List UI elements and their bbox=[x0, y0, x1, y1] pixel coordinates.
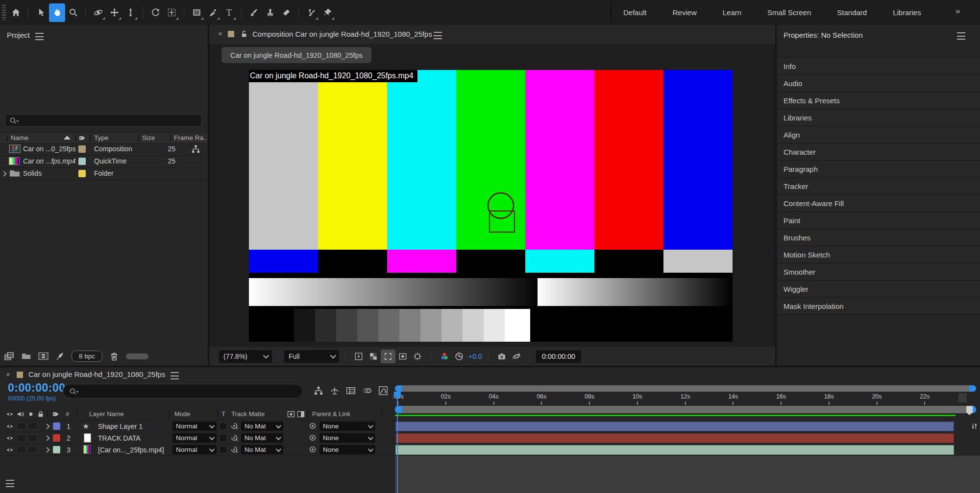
sort-ascending-icon[interactable] bbox=[64, 136, 71, 140]
preview-timecode[interactable]: 0:00:00:00 bbox=[536, 350, 582, 363]
project-search-input[interactable] bbox=[5, 114, 202, 127]
tool-button[interactable] bbox=[122, 3, 139, 22]
layer-duration-bar[interactable] bbox=[395, 422, 954, 431]
timeline-layer-row[interactable]: 2 TRACK DATA Normal No Mat bbox=[0, 432, 395, 444]
channel-rgb-icon[interactable] bbox=[437, 350, 452, 363]
timeline-empty-area[interactable] bbox=[395, 456, 980, 493]
properties-list-item[interactable]: Paint bbox=[777, 212, 980, 229]
layer-name[interactable]: Shape Layer 1 bbox=[98, 423, 143, 430]
timeline-label-swatch[interactable] bbox=[17, 372, 23, 378]
audio-switch-cell[interactable] bbox=[17, 434, 26, 442]
layer-name[interactable]: [Car on..._25fps.mp4] bbox=[98, 446, 164, 454]
timeline-tab-title[interactable]: Car on jungle Road-hd_1920_1080_25fps bbox=[28, 370, 165, 378]
draft-3d-icon[interactable] bbox=[330, 386, 340, 396]
properties-list-item[interactable]: Libraries bbox=[777, 109, 980, 126]
composition-label-swatch[interactable] bbox=[228, 31, 234, 37]
blend-mode-dropdown[interactable]: Normal bbox=[172, 433, 217, 443]
exposure-shutter-icon[interactable] bbox=[452, 350, 466, 363]
track-matte-pickwhip-icon[interactable] bbox=[230, 434, 238, 442]
composition-canvas[interactable]: Car on jungle Road-hd_1920_1080_25fps.mp… bbox=[249, 70, 733, 342]
layer-name[interactable]: TRACK DATA bbox=[98, 434, 141, 442]
project-row[interactable]: Car on ...0_25fps Composition 25 bbox=[0, 143, 208, 156]
workspace-tab[interactable]: Libraries bbox=[893, 8, 921, 17]
tool-button[interactable] bbox=[319, 3, 336, 22]
layer-duration-bar[interactable] bbox=[395, 433, 954, 443]
mask-visibility-icon[interactable] bbox=[395, 350, 410, 363]
parent-pickwhip-icon[interactable] bbox=[309, 446, 317, 453]
magnification-dropdown[interactable]: (77.8%) bbox=[219, 350, 272, 363]
lock-switch-cell[interactable] bbox=[28, 423, 37, 430]
properties-list-item[interactable]: Mask Interpolation bbox=[777, 298, 980, 315]
properties-list-item[interactable]: Effects & Presets bbox=[777, 92, 980, 109]
project-row[interactable]: Solids Folder bbox=[0, 167, 208, 180]
preserve-transparency-cell[interactable] bbox=[220, 446, 227, 453]
exposure-value[interactable]: +0.0 bbox=[468, 352, 482, 360]
column-t[interactable]: T bbox=[221, 410, 225, 418]
layer-color-swatch[interactable] bbox=[53, 434, 60, 442]
audio-speaker-icon[interactable] bbox=[17, 410, 24, 418]
layer-duration-bar[interactable] bbox=[395, 445, 954, 455]
tool-button[interactable] bbox=[8, 3, 24, 22]
layer-color-swatch[interactable] bbox=[53, 423, 60, 430]
audio-switch-cell[interactable] bbox=[17, 423, 26, 430]
motion-blur-icon[interactable] bbox=[362, 386, 372, 396]
label-color-swatch[interactable] bbox=[78, 158, 86, 165]
work-area-start-handle[interactable] bbox=[395, 406, 402, 413]
tool-button[interactable] bbox=[164, 3, 180, 22]
tool-button[interactable] bbox=[49, 3, 65, 22]
properties-list-item[interactable]: Character bbox=[777, 143, 980, 161]
trash-icon[interactable] bbox=[109, 352, 119, 361]
parent-link-dropdown[interactable]: None bbox=[319, 433, 375, 443]
composition-view-tab[interactable]: Car on jungle Road-hd_1920_1080_25fps bbox=[221, 47, 371, 63]
lock-icon[interactable] bbox=[37, 410, 45, 418]
workspace-tab[interactable]: Learn bbox=[723, 8, 741, 17]
track-matte-pickwhip-icon[interactable] bbox=[230, 422, 238, 430]
track-matte-dropdown[interactable]: No Mat bbox=[241, 422, 283, 431]
tool-button[interactable] bbox=[221, 3, 237, 22]
label-color-swatch[interactable] bbox=[78, 145, 86, 153]
lock-switch-cell[interactable] bbox=[28, 446, 37, 453]
timeline-bottom-menu-icon[interactable] bbox=[6, 480, 14, 487]
lock-open-icon[interactable] bbox=[240, 30, 248, 38]
parent-pickwhip-icon[interactable] bbox=[309, 422, 317, 430]
expand-chevron-icon[interactable] bbox=[1, 171, 6, 176]
resolution-dropdown[interactable]: Full bbox=[284, 350, 339, 363]
adjustment-quill-icon[interactable] bbox=[55, 352, 65, 361]
frame-blending-icon[interactable] bbox=[346, 386, 356, 396]
grid-guides-icon[interactable] bbox=[410, 350, 425, 363]
3d-view-icon[interactable] bbox=[509, 350, 524, 363]
composition-tab-title[interactable]: Composition Car on jungle Road-hd_1920_1… bbox=[252, 30, 432, 38]
tool-button[interactable] bbox=[65, 3, 81, 22]
track-matte-dropdown[interactable]: No Mat bbox=[241, 433, 283, 443]
close-icon[interactable]: × bbox=[6, 370, 10, 378]
tool-button[interactable] bbox=[106, 3, 122, 22]
properties-list-item[interactable]: Brushes bbox=[777, 229, 980, 246]
parent-pickwhip-icon[interactable] bbox=[309, 434, 317, 442]
properties-list-item[interactable]: Audio bbox=[777, 75, 980, 92]
column-size[interactable]: Size bbox=[142, 134, 155, 141]
toolbar-grip[interactable] bbox=[2, 5, 6, 20]
region-of-interest-icon[interactable] bbox=[381, 350, 395, 363]
video-eye-icon[interactable] bbox=[6, 434, 14, 442]
preserve-transparency-cell[interactable] bbox=[220, 434, 227, 442]
comp-marker-bin[interactable] bbox=[958, 393, 967, 402]
column-number[interactable]: # bbox=[66, 410, 69, 418]
column-frame-rate[interactable]: Frame Ra.. bbox=[174, 134, 207, 141]
flowchart-icon[interactable] bbox=[191, 144, 200, 154]
properties-list-item[interactable]: Wiggler bbox=[777, 281, 980, 298]
current-timecode[interactable]: 0:00:00:00 bbox=[8, 381, 66, 395]
tool-button[interactable] bbox=[189, 3, 205, 22]
label-column-tag-icon[interactable] bbox=[78, 134, 86, 142]
project-panel-menu-icon[interactable] bbox=[35, 33, 44, 40]
interpret-footage-icon[interactable] bbox=[4, 351, 14, 361]
matte-alpha-icon[interactable] bbox=[287, 410, 295, 418]
properties-list-item[interactable]: Tracker bbox=[777, 178, 980, 195]
properties-list-item[interactable]: Info bbox=[777, 58, 980, 75]
matte-luma-icon[interactable] bbox=[297, 410, 305, 418]
properties-list-item[interactable]: Motion Sketch bbox=[777, 246, 980, 263]
audio-switch-cell[interactable] bbox=[17, 446, 26, 453]
panel-resize-pill[interactable] bbox=[126, 353, 148, 359]
layer-color-swatch[interactable] bbox=[53, 446, 60, 453]
column-track-matte[interactable]: Track Matte bbox=[231, 410, 265, 418]
track-matte-pickwhip-icon[interactable] bbox=[230, 446, 238, 453]
